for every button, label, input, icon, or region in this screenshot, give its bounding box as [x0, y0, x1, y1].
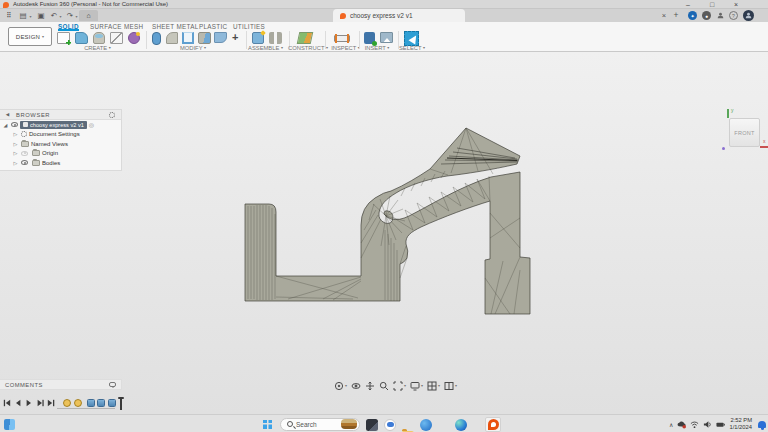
notification-bell-icon[interactable] [758, 421, 766, 428]
tab-sheet-metal[interactable]: SHEET METAL [152, 22, 198, 31]
browser-header[interactable]: ◀ BROWSER [0, 110, 121, 120]
user-avatar[interactable] [743, 10, 754, 21]
timeline-go-to-end-button[interactable] [46, 398, 55, 408]
mesh-body-model[interactable] [233, 118, 533, 328]
orbit-icon[interactable]: ▾ [334, 381, 347, 391]
loft-icon[interactable] [110, 32, 123, 44]
viewcube[interactable]: FRONT [729, 118, 760, 147]
timeline-sketch-feature-1[interactable] [63, 399, 71, 407]
file-menu-caret-icon[interactable]: ▾ [28, 10, 33, 21]
activate-component-icon[interactable]: ◎ [89, 121, 94, 128]
close-button[interactable]: × [728, 0, 744, 9]
edge-icon[interactable] [455, 419, 467, 431]
press-pull-icon[interactable] [152, 32, 161, 45]
tab-utilities[interactable]: UTILITIES [233, 22, 265, 31]
expand-icon[interactable]: ▷ [12, 150, 19, 156]
expand-icon[interactable]: ▷ [12, 131, 19, 137]
tab-solid[interactable]: SOLID [58, 22, 79, 31]
browser-root-row[interactable]: ◢ choosy express v2 v1 ◎ [0, 120, 121, 130]
extrude-icon[interactable] [75, 32, 88, 44]
tab-surface[interactable]: SURFACE [90, 22, 122, 31]
browser-item-origin[interactable]: ▷ Origin [0, 149, 121, 159]
measure-icon[interactable] [334, 35, 350, 42]
phone-link-icon[interactable] [420, 419, 432, 431]
browser-collapse-icon[interactable]: ◀ [4, 112, 11, 117]
volume-icon[interactable] [703, 420, 712, 429]
close-document-tab-icon[interactable]: × [660, 10, 668, 21]
job-status-icon[interactable] [716, 11, 725, 20]
construct-plane-icon[interactable] [297, 32, 314, 44]
maximize-button[interactable]: □ [704, 0, 720, 9]
new-document-tab-icon[interactable]: + [672, 10, 680, 21]
create-form-icon[interactable] [128, 32, 140, 44]
file-menu-icon[interactable]: ▤ [18, 10, 28, 21]
insert-mesh-icon[interactable] [364, 32, 375, 44]
display-settings-icon[interactable]: ▾ [410, 381, 423, 391]
expand-icon[interactable]: ▷ [12, 160, 19, 166]
timeline-step-back-button[interactable] [13, 398, 22, 408]
canvas-icon[interactable] [380, 32, 393, 43]
timeline-position-marker[interactable] [120, 397, 123, 410]
onedrive-icon[interactable] [677, 420, 686, 429]
origin-visibility-eye-icon[interactable] [21, 151, 28, 156]
bodies-visibility-eye-icon[interactable] [21, 160, 28, 165]
home-tab-button[interactable]: ⌂ [79, 10, 98, 21]
group-select[interactable]: SELECT ▾ [392, 45, 432, 51]
fillet-icon[interactable] [166, 32, 178, 44]
task-view-icon[interactable] [366, 419, 378, 431]
grid-snap-icon[interactable]: ▾ [427, 381, 440, 391]
extensions-icon[interactable]: ✦ [688, 11, 697, 20]
browser-gear-icon[interactable] [109, 112, 115, 118]
move-copy-icon[interactable]: + [232, 31, 238, 43]
browser-item-bodies[interactable]: ▷ Bodies [0, 158, 121, 168]
fit-icon[interactable]: ▾ [393, 381, 406, 391]
comments-panel[interactable]: COMMENTS [0, 379, 122, 390]
timeline-feature-3[interactable] [87, 399, 95, 407]
timeline-go-to-start-button[interactable] [2, 398, 11, 408]
root-component-selected[interactable]: choosy express v2 v1 [20, 121, 87, 129]
battery-icon[interactable] [716, 420, 725, 429]
browser-item-document-settings[interactable]: ▷ Document Settings [0, 130, 121, 140]
joint-icon[interactable] [269, 32, 282, 44]
fusion360-taskbar-icon-active[interactable] [485, 417, 501, 432]
group-modify[interactable]: MODIFY ▾ [168, 45, 218, 51]
taskbar-search[interactable]: Search [280, 418, 360, 431]
look-at-icon[interactable] [351, 381, 361, 391]
timeline-feature-4[interactable] [97, 399, 105, 407]
root-expand-icon[interactable]: ◢ [2, 122, 9, 128]
chat-icon[interactable] [384, 419, 396, 431]
pan-icon[interactable] [365, 381, 375, 391]
timeline-feature-5[interactable] [108, 399, 116, 407]
new-component-icon[interactable] [252, 32, 264, 44]
workspace-selector[interactable]: DESIGN ▾ [8, 27, 52, 46]
model-canvas[interactable]: ◀ BROWSER ◢ choosy express v2 v1 ◎ ▷ Doc… [0, 52, 768, 414]
zoom-icon[interactable] [379, 381, 389, 391]
viewports-icon[interactable]: ▾ [444, 381, 457, 391]
timeline-step-forward-button[interactable] [35, 398, 44, 408]
offset-face-icon[interactable] [214, 32, 227, 43]
taskbar-clock[interactable]: 2:52 PM 1/1/2024 [729, 417, 752, 430]
wifi-icon[interactable] [690, 420, 699, 429]
help-icon[interactable]: ? [729, 11, 738, 20]
tab-plastic[interactable]: PLASTIC [199, 22, 227, 31]
start-button[interactable] [263, 420, 272, 429]
comment-bubble-icon[interactable] [109, 382, 116, 387]
save-icon[interactable]: ▣ [36, 10, 46, 21]
timeline-sketch-feature-2[interactable] [74, 399, 82, 407]
revolve-icon[interactable] [93, 32, 105, 44]
shell-icon[interactable] [182, 32, 194, 44]
tab-mesh[interactable]: MESH [124, 22, 143, 31]
combine-icon[interactable] [198, 32, 211, 44]
group-create[interactable]: CREATE ▾ [70, 45, 125, 51]
browser-item-named-views[interactable]: ▷ Named Views [0, 139, 121, 149]
minimize-button[interactable]: – [680, 0, 696, 9]
document-tab[interactable]: choosy express v2 v1 [333, 9, 465, 22]
select-tool-icon[interactable] [404, 31, 419, 46]
search-highlight-image[interactable] [341, 419, 357, 429]
tray-chevron-icon[interactable]: ∧ [669, 421, 673, 428]
create-sketch-icon[interactable] [57, 32, 70, 44]
app-grid-icon[interactable]: ⠿ [4, 10, 14, 21]
undo-caret-icon[interactable]: ▾ [58, 10, 63, 21]
widgets-icon[interactable] [4, 419, 15, 430]
root-visibility-eye-icon[interactable] [11, 122, 18, 127]
